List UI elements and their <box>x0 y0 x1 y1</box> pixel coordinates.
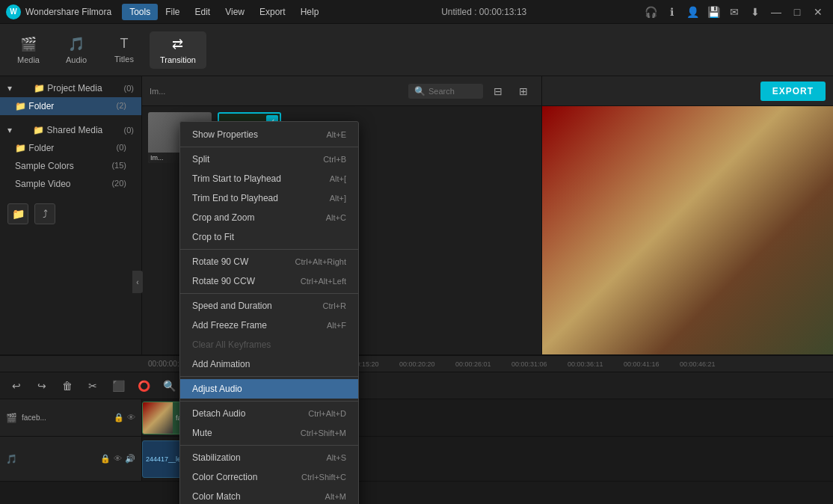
maximize-button[interactable]: □ <box>788 3 806 21</box>
menu-trim-end[interactable]: Trim End to Playhead Alt+] <box>180 188 358 208</box>
grid-view-button[interactable]: ⊞ <box>513 81 534 102</box>
menu-crop-zoom[interactable]: Crop and Zoom Alt+C <box>180 208 358 227</box>
ruler-mark-7: 00:00:46:21 <box>677 360 733 368</box>
separator-4 <box>180 376 358 377</box>
titlebar-left: W Wondershare Filmora Tools File Edit Vi… <box>6 4 326 20</box>
detach-audio-shortcut: Ctrl+Alt+D <box>308 409 346 418</box>
lock-track-button[interactable]: 🔒 <box>114 413 124 422</box>
separator-6 <box>180 445 358 446</box>
titles-icon: T <box>120 36 129 52</box>
search-icon: 🔍 <box>414 86 425 96</box>
video-track-controls: 🔒 👁 <box>114 413 135 422</box>
menu-export[interactable]: Export <box>252 4 293 20</box>
sidebar-header-project-media[interactable]: ▾ 📁 Project Media (0) <box>0 79 141 97</box>
sidebar-item-folder[interactable]: 📁 Folder (2) <box>0 97 141 115</box>
add-freeze-shortcut: Alt+F <box>327 321 346 330</box>
filter-button[interactable]: ⊟ <box>488 81 508 102</box>
minimize-button[interactable]: — <box>767 3 785 21</box>
import-button[interactable]: ⤴ <box>34 203 55 224</box>
separator-1 <box>180 147 358 147</box>
menu-split[interactable]: Split Ctrl+B <box>180 150 358 169</box>
export-button[interactable]: EXPORT <box>760 82 826 101</box>
mute-label: Mute <box>192 428 212 438</box>
menu-rotate-ccw[interactable]: Rotate 90 CCW Ctrl+Alt+Left <box>180 271 358 291</box>
rotate-ccw-label: Rotate 90 CCW <box>192 276 255 286</box>
ruler-mark-6: 00:00:41:16 <box>621 360 677 368</box>
trim-start-label: Trim Start to Playhead <box>192 173 281 184</box>
audio-track-icon: 🎵 <box>6 454 17 464</box>
tab-transition-label: Transition <box>160 55 196 64</box>
menu-edit[interactable]: Edit <box>188 4 218 20</box>
menu-file[interactable]: File <box>158 4 187 20</box>
search-input[interactable] <box>428 87 481 96</box>
menu-mute[interactable]: Mute Ctrl+Shift+M <box>180 423 358 443</box>
menu-speed-duration[interactable]: Speed and Duration Ctrl+R <box>180 296 358 316</box>
menu-view[interactable]: View <box>218 4 252 20</box>
sidebar-actions: 📁 ⤴ <box>0 196 141 232</box>
show-properties-label: Show Properties <box>192 129 258 140</box>
headphone-icon[interactable]: 🎧 <box>642 3 660 21</box>
ruler-mark-4: 00:00:31:06 <box>508 360 565 368</box>
trim-start-shortcut: Alt+[ <box>330 174 346 183</box>
search-box[interactable]: 🔍 <box>408 84 483 99</box>
tl-fit-button[interactable]: 🔍 <box>159 375 179 396</box>
mail-icon[interactable]: ✉ <box>725 3 743 21</box>
info-icon[interactable]: ℹ <box>663 3 680 21</box>
menu-show-properties[interactable]: Show Properties Alt+E <box>180 125 358 144</box>
menu-adjust-audio[interactable]: Adjust Audio <box>180 379 358 399</box>
sidebar-collapse-button[interactable]: ‹ <box>132 271 142 293</box>
lock-audio-button[interactable]: 🔒 <box>100 454 111 464</box>
preview-header: EXPORT <box>542 76 833 106</box>
close-button[interactable]: ✕ <box>809 3 827 21</box>
audio-icon: 🎵 <box>68 36 84 52</box>
tab-titles-label: Titles <box>114 55 134 64</box>
menu-add-freeze[interactable]: Add Freeze Frame Alt+F <box>180 316 358 335</box>
menu-stabilization[interactable]: Stabilization Alt+S <box>180 448 358 467</box>
eye-track-button[interactable]: 👁 <box>127 413 135 422</box>
tab-titles[interactable]: T Titles <box>102 31 147 68</box>
split-label: Split <box>192 154 209 165</box>
menu-rotate-cw[interactable]: Rotate 90 CW Ctrl+Alt+Right <box>180 252 358 271</box>
tab-audio[interactable]: 🎵 Audio <box>54 31 99 69</box>
sidebar-item-sample-video[interactable]: Sample Video (20) <box>0 175 141 193</box>
menu-color-correction[interactable]: Color Correction Ctrl+Shift+C <box>180 467 358 487</box>
sidebar-item-sample-colors[interactable]: Sample Colors (15) <box>0 157 141 175</box>
tl-delete-button[interactable]: 🗑 <box>57 375 78 396</box>
mute-audio-button[interactable]: 🔊 <box>125 454 135 464</box>
menu-tools[interactable]: Tools <box>122 4 158 20</box>
trim-end-label: Trim End to Playhead <box>192 193 278 203</box>
tools-dropdown-menu: Show Properties Alt+E Split Ctrl+B Trim … <box>179 121 359 504</box>
media-icon: 🎬 <box>20 36 37 52</box>
tab-media[interactable]: 🎬 Media <box>6 31 51 69</box>
save-icon[interactable]: 💾 <box>704 3 722 21</box>
tl-zoom-button[interactable]: ⭕ <box>133 375 154 396</box>
download-icon[interactable]: ⬇ <box>746 3 764 21</box>
color-match-shortcut: Alt+M <box>325 492 346 501</box>
content-toolbar: Im... 🔍 ⊟ ⊞ <box>142 76 541 106</box>
rotate-ccw-shortcut: Ctrl+Alt+Left <box>301 277 346 286</box>
transition-icon: ⇄ <box>172 36 183 52</box>
menu-detach-audio[interactable]: Detach Audio Ctrl+Alt+D <box>180 404 358 423</box>
user-icon[interactable]: 👤 <box>683 3 701 21</box>
tl-undo-button[interactable]: ↩ <box>6 375 27 396</box>
menu-crop-fit[interactable]: Crop to Fit <box>180 227 358 247</box>
ruler-mark-5: 00:00:36:11 <box>565 360 621 368</box>
titlebar: W Wondershare Filmora Tools File Edit Vi… <box>0 0 833 24</box>
menu-add-animation[interactable]: Add Animation <box>180 354 358 374</box>
tl-cut-button[interactable]: ✂ <box>82 375 103 396</box>
ruler-mark-3: 00:00:26:01 <box>452 360 508 368</box>
eye-audio-button[interactable]: 👁 <box>114 454 122 464</box>
sidebar-header-shared-media[interactable]: ▾ 📁 Shared Media (0) <box>0 121 141 139</box>
project-media-label: 📁 Project Media <box>34 83 102 93</box>
menu-help[interactable]: Help <box>293 4 327 20</box>
project-media-count: (0) <box>124 84 134 93</box>
tl-redo-button[interactable]: ↪ <box>31 375 52 396</box>
sidebar-item-shared-folder[interactable]: 📁 Folder (0) <box>0 139 141 157</box>
menu-trim-start[interactable]: Trim Start to Playhead Alt+[ <box>180 169 358 188</box>
adjust-audio-label: Adjust Audio <box>192 384 242 394</box>
titlebar-menu: Tools File Edit View Export Help <box>122 4 326 20</box>
new-folder-button[interactable]: 📁 <box>7 203 28 224</box>
tab-transition[interactable]: ⇄ Transition <box>150 31 206 69</box>
menu-color-match[interactable]: Color Match Alt+M <box>180 487 358 504</box>
tl-crop-button[interactable]: ⬛ <box>108 375 129 396</box>
